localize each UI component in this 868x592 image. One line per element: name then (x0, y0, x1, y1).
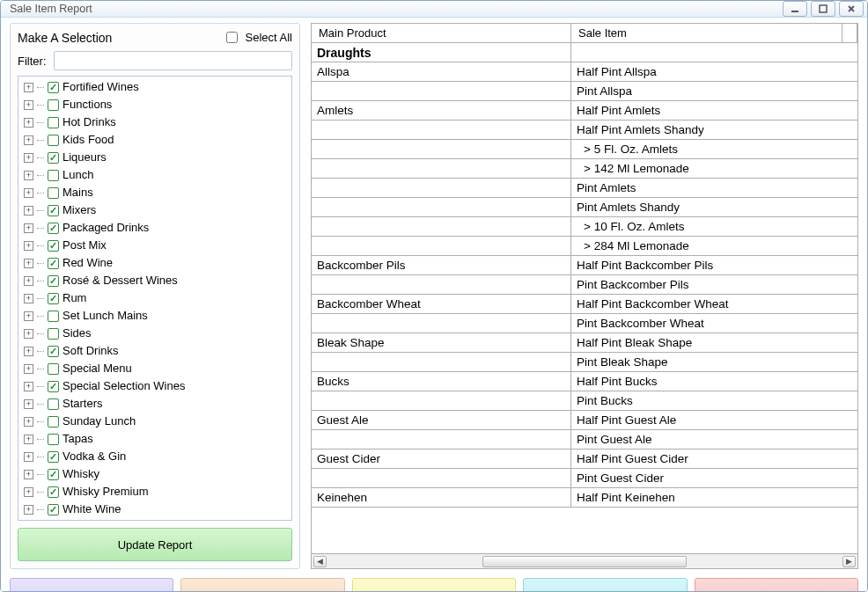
expand-icon[interactable]: + (24, 417, 33, 427)
tree-item[interactable]: +Whisky (20, 465, 290, 483)
tree-item[interactable]: +Hot Drinks (20, 113, 290, 131)
table-row[interactable]: AllspaHalf Pint Allspa (312, 62, 857, 82)
column-main-product[interactable]: Main Product (312, 24, 571, 42)
tree-item[interactable]: +Red Wine (20, 254, 290, 272)
export-button[interactable]: Export (523, 578, 687, 592)
table-row[interactable]: Pint Guest Ale (312, 430, 857, 449)
tree-item[interactable]: +Fortified Wines (20, 78, 290, 96)
tree-checkbox[interactable] (48, 346, 59, 357)
expand-icon[interactable]: + (24, 153, 33, 163)
expand-icon[interactable]: + (24, 83, 33, 92)
expand-icon[interactable]: + (24, 206, 33, 216)
tree-checkbox[interactable] (48, 293, 59, 304)
table-row[interactable]: Guest CiderHalf Pint Guest Cider (312, 449, 857, 469)
table-row[interactable]: Guest AleHalf Pint Guest Ale (312, 411, 857, 430)
column-sale-item[interactable]: Sale Item (571, 24, 842, 42)
table-row[interactable]: Half Pint Amlets Shandy (312, 121, 857, 140)
tree-checkbox[interactable] (48, 469, 59, 480)
tree-checkbox[interactable] (48, 205, 59, 216)
expand-icon[interactable]: + (24, 118, 33, 128)
tree-item[interactable]: +Lunch (20, 166, 290, 184)
scroll-left-icon[interactable]: ◀ (313, 556, 327, 567)
expand-icon[interactable]: + (24, 399, 33, 409)
section-row[interactable]: Draughts (312, 43, 857, 62)
expand-icon[interactable]: + (24, 435, 33, 444)
tree-checkbox[interactable] (48, 311, 59, 322)
tree-checkbox[interactable] (48, 451, 59, 463)
table-row[interactable]: > 5 Fl. Oz. Amlets (312, 140, 857, 159)
table-row[interactable]: Backcomber PilsHalf Pint Backcomber Pils (312, 256, 857, 275)
grid-body[interactable]: DraughtsAllspaHalf Pint AllspaPint Allsp… (312, 43, 857, 553)
tree-item[interactable]: +Mains (20, 184, 290, 201)
tree-checkbox[interactable] (48, 416, 59, 428)
tree-item[interactable]: +Rosé & Dessert Wines (20, 272, 290, 289)
expand-icon[interactable]: + (24, 382, 33, 391)
minimize-button[interactable] (783, 1, 807, 17)
tree-item[interactable]: +Sunday Lunch (20, 413, 290, 430)
expand-icon[interactable]: + (24, 311, 33, 321)
table-row[interactable]: > 142 Ml Lemonade (312, 159, 857, 179)
category-tree[interactable]: +Fortified Wines+Functions+Hot Drinks+Ki… (18, 76, 292, 521)
close-action-button[interactable]: Close (695, 578, 858, 592)
expand-icon[interactable]: + (24, 100, 33, 110)
tree-checkbox[interactable] (48, 170, 59, 181)
expand-icon[interactable]: + (24, 188, 33, 198)
tree-checkbox[interactable] (48, 275, 59, 287)
tree-checkbox[interactable] (48, 504, 59, 515)
table-row[interactable]: BucksHalf Pint Bucks (312, 372, 857, 391)
tree-item[interactable]: +Mixers (20, 201, 290, 219)
table-row[interactable]: > 10 Fl. Oz. Amlets (312, 217, 857, 237)
maximize-button[interactable] (811, 1, 835, 17)
tree-item[interactable]: +Tapas (20, 430, 290, 448)
tree-item[interactable]: +Starters (20, 395, 290, 413)
tree-item[interactable]: +Sides (20, 325, 290, 342)
table-row[interactable]: Bleak ShapeHalf Pint Bleak Shape (312, 333, 857, 353)
tree-checkbox[interactable] (48, 398, 59, 410)
select-all-checkbox[interactable]: Select All (223, 29, 292, 46)
expand-icon[interactable]: + (24, 223, 33, 233)
table-row[interactable]: Pint Backcomber Wheat (312, 314, 857, 333)
tree-checkbox[interactable] (48, 486, 59, 498)
table-row[interactable]: Backcomber WheatHalf Pint Backcomber Whe… (312, 295, 857, 314)
expand-icon[interactable]: + (24, 276, 33, 286)
expand-icon[interactable]: + (24, 135, 33, 145)
print-button[interactable]: Print (352, 578, 516, 592)
expand-icon[interactable]: + (24, 171, 33, 180)
tree-checkbox[interactable] (48, 363, 59, 375)
scroll-right-icon[interactable]: ▶ (842, 556, 856, 567)
tree-item[interactable]: +Functions (20, 96, 290, 113)
tree-checkbox[interactable] (48, 258, 59, 269)
tree-checkbox[interactable] (48, 135, 59, 146)
hide-all-details-button[interactable]: Hide All Details (180, 578, 344, 592)
tree-item[interactable]: +Whisky Premium (20, 483, 290, 501)
tree-item[interactable]: +Vodka & Gin (20, 448, 290, 465)
tree-item[interactable]: +Special Selection Wines (20, 377, 290, 395)
expand-icon[interactable]: + (24, 241, 33, 251)
table-row[interactable]: Pint Bucks (312, 391, 857, 411)
table-row[interactable]: KeinehenHalf Pint Keinehen (312, 488, 857, 508)
hide-filter-button[interactable]: Hide Filter (10, 578, 173, 592)
table-row[interactable]: Pint Amlets (312, 179, 857, 198)
tree-item[interactable]: +Kids Food (20, 131, 290, 149)
tree-checkbox[interactable] (48, 381, 59, 392)
tree-item[interactable]: +White Wine (20, 501, 290, 518)
horizontal-scrollbar[interactable]: ◀ ▶ (312, 553, 857, 568)
expand-icon[interactable]: + (24, 259, 33, 268)
tree-checkbox[interactable] (48, 99, 59, 111)
table-row[interactable]: Pint Bleak Shape (312, 353, 857, 372)
tree-checkbox[interactable] (48, 240, 59, 252)
expand-icon[interactable]: + (24, 470, 33, 479)
expand-icon[interactable]: + (24, 347, 33, 356)
tree-item[interactable]: +Packaged Drinks (20, 219, 290, 237)
tree-item[interactable]: +Set Lunch Mains (20, 307, 290, 325)
table-row[interactable]: Pint Allspa (312, 82, 857, 101)
table-row[interactable]: Pint Backcomber Pils (312, 275, 857, 295)
expand-icon[interactable]: + (24, 487, 33, 497)
expand-icon[interactable]: + (24, 364, 33, 374)
table-row[interactable]: Pint Amlets Shandy (312, 198, 857, 217)
expand-icon[interactable]: + (24, 452, 33, 462)
tree-item[interactable]: +Soft Drinks (20, 342, 290, 360)
table-row[interactable]: AmletsHalf Pint Amlets (312, 101, 857, 121)
tree-item[interactable]: +Special Menu (20, 360, 290, 377)
table-row[interactable]: Pint Guest Cider (312, 469, 857, 488)
